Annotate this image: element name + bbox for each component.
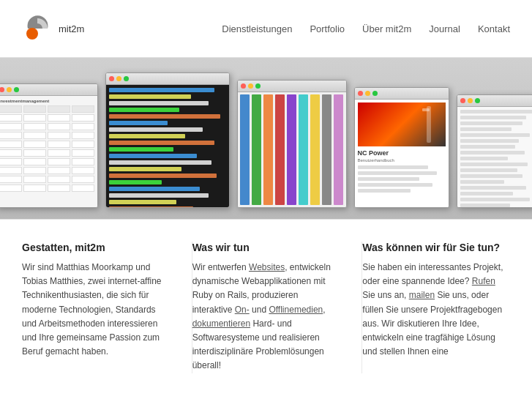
col3-heading: Was können wir für Sie tun?: [362, 242, 510, 253]
nav-dienstleistungen[interactable]: Dienstleistungen: [222, 23, 292, 34]
col1-body: Wir sind Matthias Moorkamp und Tobias Ma…: [22, 261, 170, 359]
link-on[interactable]: On-: [235, 305, 250, 315]
content-area: Gestatten, mit2m Wir sind Matthias Moork…: [0, 219, 532, 388]
content-col-3: Was können wir für Sie tun? Sie haben ei…: [362, 242, 510, 373]
link-websites[interactable]: Websites: [249, 262, 285, 272]
page-header: mit2m Dienstleistungen Portfolio Über mi…: [0, 0, 532, 58]
nav-kontakt[interactable]: Kontakt: [478, 23, 510, 34]
nav-portfolio[interactable]: Portfolio: [310, 23, 345, 34]
nav-ueber[interactable]: Über mit2m: [362, 23, 411, 34]
content-col-1: Gestatten, mit2m Wir sind Matthias Moork…: [22, 242, 192, 373]
col1-heading: Gestatten, mit2m: [22, 242, 170, 253]
screenshot-4: NC Power Benutzerhandbuch: [354, 87, 449, 208]
screenshot-2: [105, 72, 230, 208]
link-mailen[interactable]: mailen: [409, 290, 435, 300]
screenshot-1: investmentmanagement: [0, 83, 98, 208]
link-dokumentieren[interactable]: dokumentieren: [192, 318, 250, 329]
main-nav: Dienstleistungen Portfolio Über mit2m Jo…: [222, 23, 510, 34]
screenshot-5: [457, 94, 533, 208]
svg-point-0: [26, 28, 38, 40]
link-offlinemedien[interactable]: Offlinemedien: [269, 305, 323, 315]
screenshot-3: [237, 80, 347, 208]
logo-area[interactable]: mit2m: [22, 13, 84, 44]
screenshot-group: investmentmanagement: [0, 69, 532, 208]
logo-icon: [22, 13, 53, 44]
nav-journal[interactable]: Journal: [429, 23, 460, 34]
link-rufen[interactable]: Rufen: [472, 276, 495, 286]
col3-body: Sie haben ein interessantes Projekt, ode…: [362, 261, 510, 359]
col2-body: Wir entwerfen Websites, entwickeln dynam…: [192, 261, 340, 373]
logo-text: mit2m: [59, 23, 84, 34]
col2-heading: Was wir tun: [192, 242, 340, 253]
content-col-2: Was wir tun Wir entwerfen Websites, entw…: [192, 242, 362, 373]
hero-banner: investmentmanagement: [0, 58, 532, 219]
